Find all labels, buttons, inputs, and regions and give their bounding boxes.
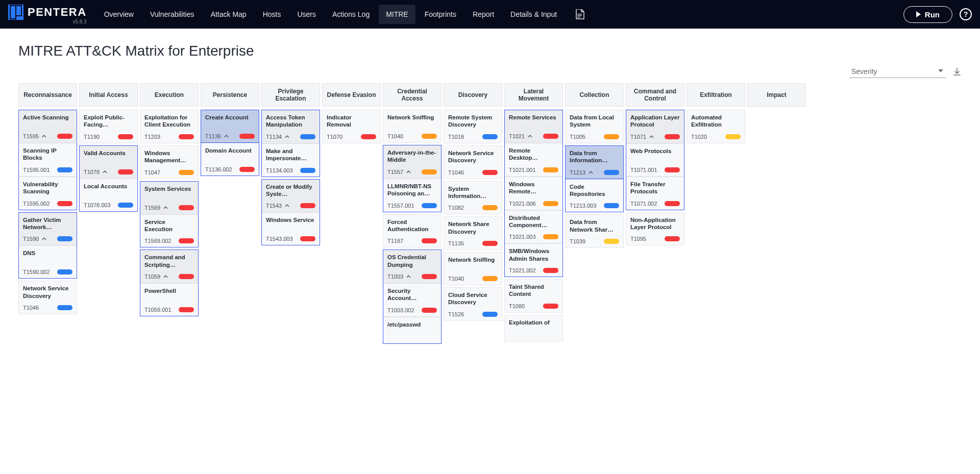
technique-card[interactable]: Application Layer ProtocolT1071 [626,110,684,143]
technique-card[interactable]: Access Token ManipulationT1134 [262,110,320,143]
severity-pill [57,269,72,275]
technique-card[interactable]: Data from Information…T1213 [566,146,623,179]
technique-card[interactable]: Indicator RemovalT1070 [322,110,381,143]
technique-card[interactable]: Service ExecutionT1569.002 [140,214,198,247]
card-footer: T1136.002 [205,166,255,172]
technique-card[interactable]: Domain AccountT1136.002 [201,143,259,176]
matrix-scroll[interactable]: ReconnaissanceActive ScanningT1595Scanni… [18,83,962,462]
severity-pill [543,167,558,172]
download-icon[interactable] [952,67,962,77]
severity-pill [179,274,194,279]
technique-card[interactable]: PowerShellT1059.001 [140,283,198,316]
nav-item-footprints[interactable]: Footprints [418,5,463,24]
technique-card[interactable]: Network SniffingT1040 [383,110,442,143]
nav-item-overview[interactable]: Overview [97,5,141,24]
technique-card[interactable]: Data from Local SystemT1005 [565,110,624,143]
severity-pill [665,201,680,206]
technique-card[interactable]: Web ProtocolsT1071.001 [626,143,684,177]
chevron-up-icon[interactable] [528,134,532,139]
chevron-up-icon[interactable] [649,134,654,139]
technique-card[interactable]: Create or Modify Syste…T1543 [262,180,320,213]
technique-card[interactable]: Exploitation for Client ExecutionT1203 [140,110,199,143]
technique-card[interactable]: Taint Shared ContentT1080 [504,279,563,313]
technique-card[interactable]: Windows Management…T1047 [140,145,199,179]
technique-card[interactable]: Exploitation of [504,315,563,342]
technique-card[interactable]: Active ScanningT1595 [19,110,77,143]
chevron-up-icon[interactable] [42,237,46,241]
chevron-up-icon[interactable] [406,275,411,279]
card-footer: T1134 [266,134,315,140]
technique-card[interactable]: Create AccountT1136 [201,110,259,143]
technique-card[interactable]: Remote System DiscoveryT1018 [444,110,502,143]
technique-card[interactable]: Data from Network Shar…T1039 [565,214,624,248]
technique-card[interactable]: Valid AccountsT1078 [80,146,137,179]
technique-card[interactable]: File Transfer ProtocolsT1071.002 [626,177,684,210]
technique-card[interactable]: Network Share DiscoveryT1135 [444,216,502,250]
column-exfiltration: ExfiltrationAutomated ExfiltrationT1020 [687,83,745,344]
technique-card[interactable]: Non-Application Layer ProtocolT1095 [626,212,684,246]
column-header: Initial Access [79,83,138,107]
technique-card[interactable]: /etc/passwd [383,317,441,343]
card-footer: T1047 [144,169,194,176]
column-header: Lateral Movement [504,83,563,107]
technique-card[interactable]: Command and Scripting…T1059 [140,250,198,283]
chevron-up-icon[interactable] [163,275,168,279]
technique-card[interactable]: Exploit Public-Facing…T1190 [79,110,138,143]
nav-item-hosts[interactable]: Hosts [256,5,288,24]
technique-card[interactable]: DNST1590.002 [19,245,77,278]
card-footer: T1071 [630,134,680,140]
technique-card[interactable]: Network Service DiscoveryT1046 [18,281,77,314]
chevron-up-icon[interactable] [285,134,289,139]
technique-card[interactable]: Remote ServicesT1021 [505,110,562,143]
technique-card[interactable]: Windows ServiceT1543.003 [262,212,320,245]
technique-card[interactable]: Local AccountsT1078.003 [80,179,137,211]
chevron-up-icon[interactable] [406,169,411,174]
nav-item-mitre[interactable]: MITRE [379,5,415,24]
chevron-up-icon[interactable] [589,170,593,174]
nav-item-attack-map[interactable]: Attack Map [204,5,254,24]
technique-title: Vulnerability Scanning [23,181,72,195]
technique-group: Data from Information…T1213Code Reposito… [565,145,624,213]
technique-card[interactable]: Windows Remote…T1021.006 [505,177,562,210]
nav-item-details-input[interactable]: Details & Input [503,5,564,24]
chevron-up-icon[interactable] [285,204,289,208]
technique-card[interactable]: System Information…T1082 [444,181,502,215]
nav-item-vulnerabilities[interactable]: Vulnerabilities [143,5,202,24]
technique-card[interactable]: LLMNR/NBT-NS Poisoning an…T1557.001 [383,179,441,212]
technique-title: Network Sniffing [387,114,437,128]
technique-title: System Information… [448,185,498,200]
technique-card[interactable]: Network Service DiscoveryT1046 [444,145,502,179]
card-footer: T1003.002 [387,307,437,313]
technique-card[interactable]: Remote Desktop…T1021.001 [505,143,562,177]
technique-card[interactable]: Adversary-in-the-MiddleT1557 [383,145,441,179]
pdf-export-icon[interactable] [570,9,590,19]
technique-card[interactable]: Gather Victim Network…T1590 [19,213,77,246]
severity-pill [543,234,558,239]
technique-card[interactable]: Code RepositoriesT1213.003 [566,179,623,212]
technique-card[interactable]: System ServicesT1569 [140,182,198,214]
technique-card[interactable]: Scanning IP BlocksT1595.001 [19,143,77,177]
severity-pill [604,239,619,244]
chevron-up-icon[interactable] [163,205,168,210]
nav-item-report[interactable]: Report [465,5,501,24]
help-icon[interactable]: ? [960,8,972,20]
logo[interactable]: PENTERA [8,5,87,20]
chevron-up-icon[interactable] [42,134,46,139]
technique-card[interactable]: OS Credential DumpingT1003 [383,250,441,283]
technique-card[interactable]: Network SniffingT1040 [444,252,502,285]
technique-card[interactable]: Vulnerability ScanningT1595.002 [19,177,77,210]
nav-item-actions-log[interactable]: Actions Log [325,5,377,24]
technique-card[interactable]: Automated ExfiltrationT1020 [687,110,745,143]
chevron-up-icon[interactable] [103,169,107,174]
technique-card[interactable]: SMB/Windows Admin SharesT1021.002 [505,243,562,277]
technique-card[interactable]: Cloud Service DiscoveryT1526 [444,287,502,321]
technique-card[interactable]: Distributed Component…T1021.003 [505,210,562,244]
chevron-up-icon[interactable] [224,134,229,139]
severity-pill [179,134,194,139]
severity-select[interactable]: Severity [849,65,946,78]
technique-card[interactable]: Make and Impersonate…T1134.003 [262,143,320,177]
nav-item-users[interactable]: Users [290,5,323,24]
technique-card[interactable]: Forced AuthenticationT1187 [383,214,442,248]
run-button[interactable]: Run [903,6,952,23]
technique-card[interactable]: Security Account…T1003.002 [383,283,441,317]
